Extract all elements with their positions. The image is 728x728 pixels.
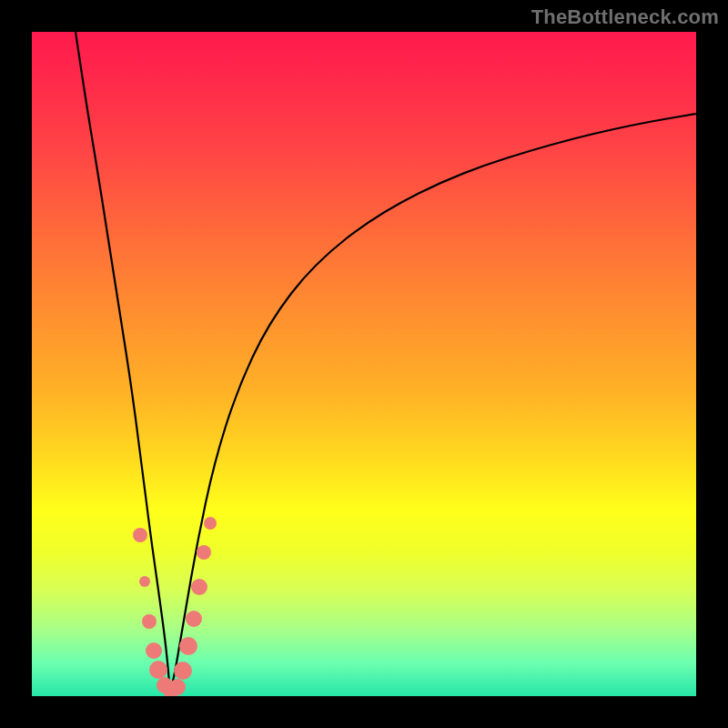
data-dot — [139, 576, 150, 587]
curve-right — [170, 114, 696, 693]
curve-left — [76, 32, 170, 693]
chart-frame: TheBottleneck.com — [0, 0, 728, 728]
data-dot — [174, 662, 192, 680]
data-dot — [146, 642, 162, 659]
data-dot — [197, 545, 211, 560]
plot-area — [32, 32, 696, 696]
data-dot — [149, 661, 167, 679]
data-dot — [179, 637, 197, 655]
bottleneck-curve — [32, 32, 696, 696]
data-dot — [186, 611, 202, 627]
data-dot — [204, 517, 217, 530]
data-dot — [142, 614, 157, 629]
data-dot — [169, 679, 186, 695]
data-dot — [133, 528, 147, 542]
data-dots — [133, 517, 217, 696]
watermark-text: TheBottleneck.com — [531, 5, 719, 29]
data-dot — [191, 579, 207, 595]
